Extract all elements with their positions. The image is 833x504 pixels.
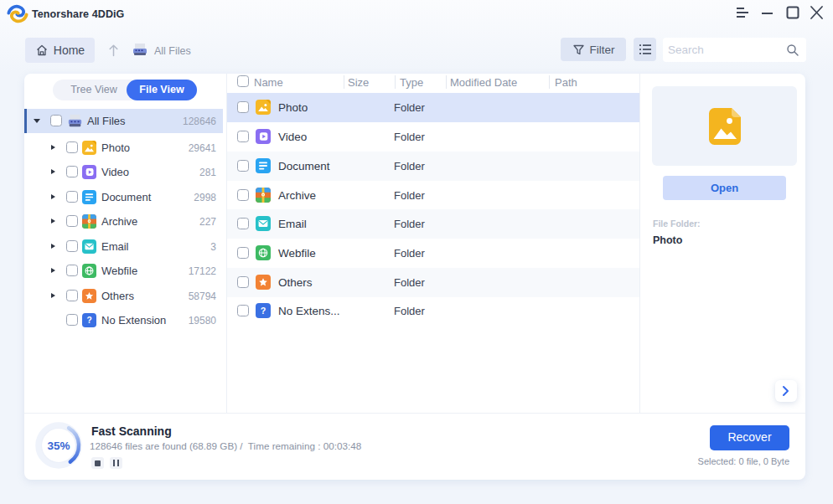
svg-text:?: ?: [261, 306, 266, 316]
svg-text:?: ?: [86, 316, 91, 325]
